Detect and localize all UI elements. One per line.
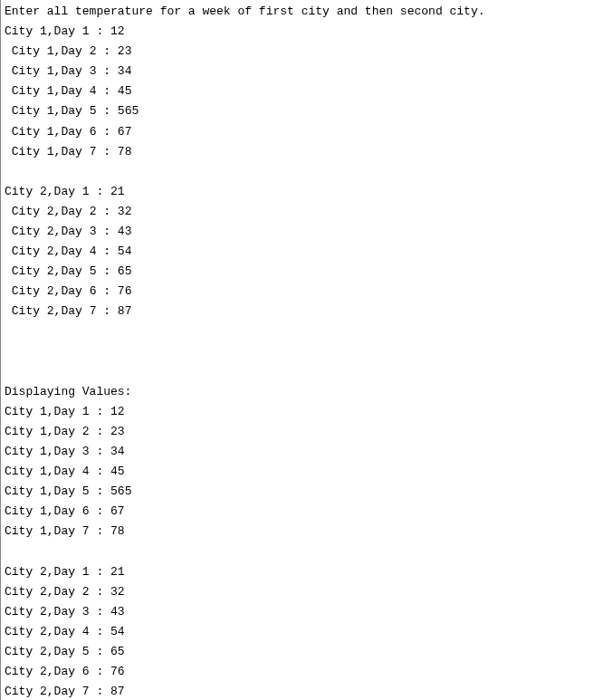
- output-line: City 1,Day 5 : 565: [5, 484, 131, 498]
- input-line: City 1,Day 4 : 45: [12, 84, 132, 98]
- output-line: City 1,Day 2 : 23: [5, 425, 125, 438]
- terminal-output: Enter all temperature for a week of firs…: [1, 0, 594, 700]
- output-line: City 1,Day 3 : 34: [5, 445, 125, 458]
- input-line: City 1,Day 6 : 67: [12, 125, 132, 139]
- input-line: City 1,Day 7 : 78: [12, 145, 132, 158]
- input-line: City 2,Day 1 : 21: [5, 185, 125, 198]
- output-line: City 1,Day 6 : 67: [5, 504, 125, 518]
- output-line: City 1,Day 4 : 45: [5, 465, 125, 478]
- input-line: City 2,Day 5 : 65: [12, 264, 132, 278]
- output-line: City 2,Day 1 : 21: [5, 565, 125, 579]
- output-line: City 2,Day 6 : 76: [5, 665, 125, 678]
- input-line: City 1,Day 2 : 23: [12, 44, 132, 58]
- output-header: Displaying Values:: [5, 385, 131, 398]
- output-line: City 2,Day 2 : 32: [5, 585, 125, 599]
- output-line: City 2,Day 7 : 87: [5, 685, 125, 698]
- output-line: City 2,Day 5 : 65: [5, 645, 125, 658]
- input-line: City 1,Day 5 : 565: [12, 104, 139, 118]
- output-line: City 2,Day 3 : 43: [5, 605, 125, 618]
- input-line: City 2,Day 2 : 32: [12, 205, 132, 218]
- input-line: City 2,Day 3 : 43: [12, 225, 132, 238]
- input-line: City 1,Day 3 : 34: [12, 64, 132, 78]
- output-line: City 1,Day 7 : 78: [5, 524, 125, 538]
- input-line: City 1,Day 1 : 12: [5, 24, 125, 38]
- input-line: City 2,Day 6 : 76: [12, 284, 132, 298]
- prompt-line: Enter all temperature for a week of firs…: [5, 5, 485, 18]
- output-line: City 2,Day 4 : 54: [5, 625, 125, 638]
- input-line: City 2,Day 4 : 54: [12, 245, 132, 258]
- output-line: City 1,Day 1 : 12: [5, 405, 125, 418]
- input-line: City 2,Day 7 : 87: [12, 304, 132, 318]
